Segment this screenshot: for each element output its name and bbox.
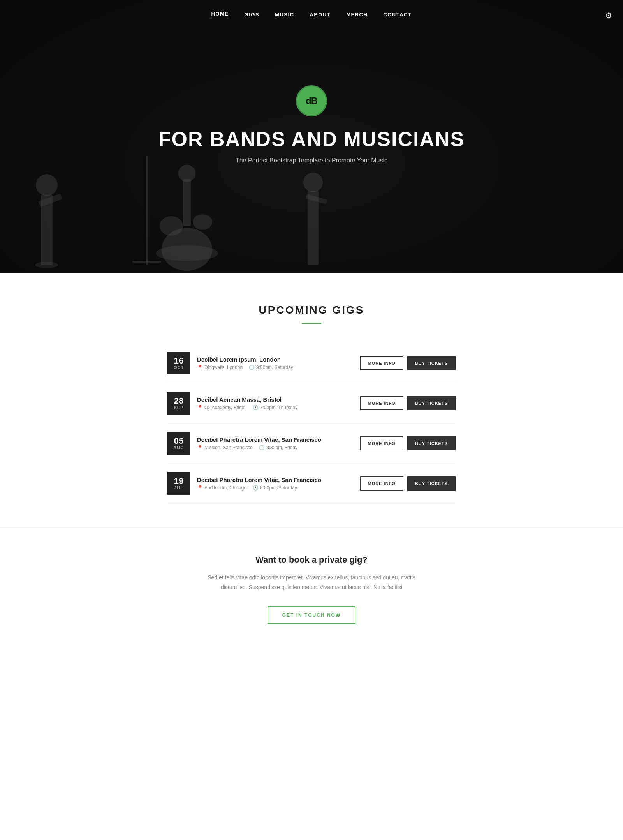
nav-merch[interactable]: MERCH — [346, 12, 368, 18]
more-info-button[interactable]: MORE INFO — [360, 476, 403, 491]
buy-tickets-button[interactable]: BUY TICKETS — [407, 476, 456, 491]
private-gig-section: Want to book a private gig? Sed et felis… — [0, 527, 623, 655]
svg-point-4 — [156, 245, 218, 261]
main-nav: HOME GIGS MUSIC ABOUT MERCH CONTACT — [0, 0, 623, 29]
gig-date-box: 05 AUG — [167, 432, 190, 455]
clock-icon: 🕐 — [259, 445, 265, 450]
location-icon: 📍 — [197, 365, 203, 370]
private-title: Want to book a private gig? — [8, 555, 615, 565]
clock-icon: 🕐 — [253, 405, 259, 410]
gig-row: 05 AUG Decibel Pharetra Lorem Vitae, San… — [167, 424, 456, 464]
hero-subtitle: The Perfect Bootstrap Template to Promot… — [158, 157, 465, 164]
hero-content: dB FOR BANDS AND MUSICIANS The Perfect B… — [158, 85, 465, 164]
gig-meta: 📍 Auditorium, Chicago 🕐 6:00pm, Saturday — [197, 485, 352, 491]
gig-month: AUG — [173, 445, 184, 450]
gig-name: Decibel Pharetra Lorem Vitae, San Franci… — [197, 436, 352, 443]
gig-day: 16 — [174, 356, 183, 365]
gig-info: Decibel Lorem Ipsum, London 📍 Dingwalls,… — [197, 356, 352, 370]
gig-info: Decibel Aenean Massa, Bristol 📍 O2 Acade… — [197, 396, 352, 410]
gig-meta: 📍 Mission, San Francisco 🕐 8:30pm, Frida… — [197, 445, 352, 450]
gigs-container: 16 OCT Decibel Lorem Ipsum, London 📍 Din… — [160, 343, 463, 504]
gig-name: Decibel Aenean Massa, Bristol — [197, 396, 352, 403]
buy-tickets-button[interactable]: BUY TICKETS — [407, 396, 456, 410]
gig-time: 🕐 6:00pm, Saturday — [253, 485, 297, 491]
svg-rect-1 — [41, 195, 53, 265]
gig-actions: MORE INFO BUY TICKETS — [360, 356, 456, 370]
gig-time: 🕐 7:00pm, Thursday — [253, 405, 298, 410]
gig-location: 📍 Mission, San Francisco — [197, 445, 253, 450]
clock-icon: 🕐 — [249, 365, 255, 370]
gig-date-box: 28 SEP — [167, 392, 190, 415]
gig-location: 📍 Auditorium, Chicago — [197, 485, 246, 491]
more-info-button[interactable]: MORE INFO — [360, 436, 403, 450]
gig-time: 🕐 8:30pm, Friday — [259, 445, 297, 450]
gig-location: 📍 Dingwalls, London — [197, 365, 243, 370]
gig-info: Decibel Pharetra Lorem Vitae, San Franci… — [197, 476, 352, 491]
svg-point-6 — [160, 216, 183, 236]
gig-month: SEP — [174, 405, 183, 410]
get-in-touch-button[interactable]: GET IN TOUCH NOW — [268, 606, 355, 624]
gig-date-box: 16 OCT — [167, 352, 190, 374]
gig-name: Decibel Lorem Ipsum, London — [197, 356, 352, 363]
gig-actions: MORE INFO BUY TICKETS — [360, 396, 456, 410]
nav-about[interactable]: ABOUT — [310, 12, 331, 18]
gig-day: 19 — [174, 477, 183, 485]
section-divider — [302, 323, 321, 324]
location-icon: 📍 — [197, 445, 203, 450]
hero-title: FOR BANDS AND MUSICIANS — [158, 127, 465, 151]
gig-month: JUL — [174, 485, 183, 490]
svg-point-0 — [35, 262, 58, 268]
gear-icon[interactable]: ⚙ — [605, 11, 612, 20]
gig-day: 05 — [174, 437, 183, 445]
svg-rect-14 — [132, 261, 161, 263]
buy-tickets-button[interactable]: BUY TICKETS — [407, 436, 456, 450]
gig-actions: MORE INFO BUY TICKETS — [360, 436, 456, 450]
gig-date-box: 19 JUL — [167, 472, 190, 495]
gigs-section-title: UPCOMING GIGS — [0, 304, 623, 316]
hero-section: dB FOR BANDS AND MUSICIANS The Perfect B… — [0, 0, 623, 273]
svg-rect-10 — [308, 191, 319, 265]
gigs-section: UPCOMING GIGS 16 OCT Decibel Lorem Ipsum… — [0, 273, 623, 527]
clock-icon: 🕐 — [253, 485, 259, 491]
gig-info: Decibel Pharetra Lorem Vitae, San Franci… — [197, 436, 352, 450]
gig-location: 📍 O2 Academy, Bristol — [197, 405, 246, 410]
gig-actions: MORE INFO BUY TICKETS — [360, 476, 456, 491]
svg-rect-12 — [305, 194, 327, 204]
svg-rect-8 — [183, 179, 191, 226]
gig-day: 28 — [174, 397, 183, 405]
svg-point-7 — [193, 214, 212, 230]
location-icon: 📍 — [197, 405, 203, 410]
more-info-button[interactable]: MORE INFO — [360, 396, 403, 410]
more-info-button[interactable]: MORE INFO — [360, 356, 403, 370]
svg-rect-13 — [146, 156, 148, 265]
logo: dB — [296, 85, 327, 116]
gig-time: 🕐 9:00pm, Saturday — [249, 365, 293, 370]
svg-point-9 — [178, 165, 195, 182]
nav-gigs[interactable]: GIGS — [245, 12, 260, 18]
gig-meta: 📍 Dingwalls, London 🕐 9:00pm, Saturday — [197, 365, 352, 370]
gig-row: 16 OCT Decibel Lorem Ipsum, London 📍 Din… — [167, 343, 456, 383]
logo-text: dB — [306, 95, 317, 106]
gig-row: 19 JUL Decibel Pharetra Lorem Vitae, San… — [167, 464, 456, 504]
private-text: Sed et felis vitae odio lobortis imperdi… — [202, 573, 421, 592]
gig-month: OCT — [174, 365, 184, 370]
gig-name: Decibel Pharetra Lorem Vitae, San Franci… — [197, 476, 352, 483]
svg-point-2 — [36, 174, 58, 196]
location-icon: 📍 — [197, 485, 203, 491]
svg-rect-3 — [38, 194, 62, 207]
buy-tickets-button[interactable]: BUY TICKETS — [407, 356, 456, 370]
svg-point-5 — [162, 228, 212, 271]
nav-contact[interactable]: CONTACT — [383, 12, 412, 18]
gig-meta: 📍 O2 Academy, Bristol 🕐 7:00pm, Thursday — [197, 405, 352, 410]
svg-point-11 — [303, 173, 323, 192]
gig-row: 28 SEP Decibel Aenean Massa, Bristol 📍 O… — [167, 383, 456, 424]
nav-music[interactable]: MUSIC — [275, 12, 294, 18]
nav-home[interactable]: HOME — [211, 11, 229, 18]
